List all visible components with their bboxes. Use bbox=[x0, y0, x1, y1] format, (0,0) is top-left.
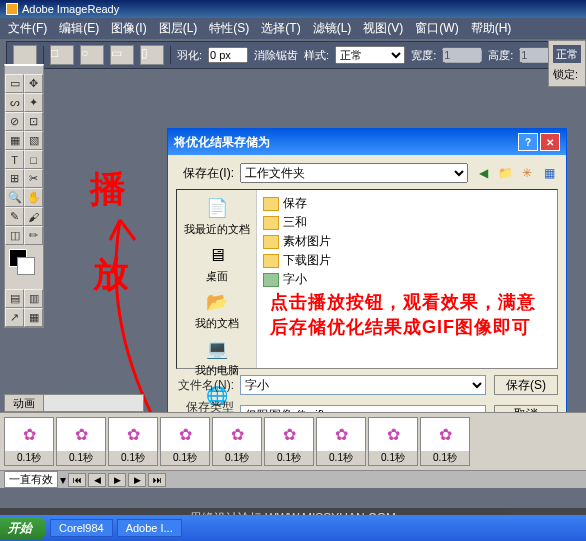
marquee-tool-icon[interactable]: ▭ bbox=[5, 74, 24, 93]
preview-browser-icon[interactable]: ▥ bbox=[24, 289, 43, 308]
taskbar-item[interactable]: Adobe I... bbox=[117, 519, 182, 537]
first-frame-button[interactable]: ⏮ bbox=[68, 473, 86, 487]
marquee-ellipse-icon[interactable]: ○ bbox=[80, 45, 104, 65]
start-button[interactable]: 开始 bbox=[0, 517, 46, 540]
eyedropper-tool-icon[interactable]: ✎ bbox=[5, 207, 24, 226]
close-button[interactable]: ✕ bbox=[540, 133, 560, 151]
right-panel: 正常 锁定: bbox=[548, 40, 586, 87]
list-item[interactable]: 三和 bbox=[261, 213, 553, 232]
hand-tool-icon[interactable]: ✋ bbox=[24, 188, 43, 207]
frame-delay[interactable]: 0.1秒 bbox=[109, 451, 157, 465]
type-tool-icon[interactable]: T bbox=[5, 150, 24, 169]
menu-props[interactable]: 特性(S) bbox=[205, 20, 253, 37]
preview-mode-icon[interactable]: ▤ bbox=[5, 289, 24, 308]
place-mydocs[interactable]: 📂我的文档 bbox=[193, 288, 241, 333]
map-tool-icon[interactable]: ▦ bbox=[5, 131, 24, 150]
place-recent[interactable]: 📄我最近的文档 bbox=[182, 194, 252, 239]
folder-icon bbox=[263, 254, 279, 268]
menu-help[interactable]: 帮助(H) bbox=[467, 20, 516, 37]
style-select[interactable]: 正常 bbox=[335, 46, 405, 64]
frame-item[interactable]: ✿0.1秒 bbox=[4, 417, 54, 466]
save-button[interactable]: 保存(S) bbox=[494, 375, 558, 395]
frame-delay[interactable]: 0.1秒 bbox=[421, 451, 469, 465]
lasso-tool-icon[interactable]: ᔕ bbox=[5, 93, 24, 112]
frame-item[interactable]: ✿0.1秒 bbox=[108, 417, 158, 466]
antialias-checkbox-label[interactable]: 消除锯齿 bbox=[254, 48, 298, 63]
menu-layer[interactable]: 图层(L) bbox=[155, 20, 202, 37]
background-swatch[interactable] bbox=[17, 257, 35, 275]
menu-edit[interactable]: 编辑(E) bbox=[55, 20, 103, 37]
file-list[interactable]: 保存 三和 素材图片 下载图片 字小 bbox=[257, 190, 557, 368]
list-item[interactable]: 下载图片 bbox=[261, 251, 553, 270]
marquee-col-icon[interactable]: ▯ bbox=[140, 45, 164, 65]
feather-input[interactable] bbox=[208, 47, 248, 63]
frame-item[interactable]: ✿0.1秒 bbox=[212, 417, 262, 466]
frame-item[interactable]: ✿0.1秒 bbox=[316, 417, 366, 466]
jump-other-icon[interactable]: ▦ bbox=[24, 308, 43, 327]
tool-preset-icon[interactable] bbox=[13, 45, 37, 65]
slice-select-tool-icon[interactable]: ⊡ bbox=[24, 112, 43, 131]
crop-tool-icon[interactable]: ✂ bbox=[24, 169, 43, 188]
frame-thumb: ✿ bbox=[265, 418, 313, 451]
frame-item[interactable]: ✿0.1秒 bbox=[420, 417, 470, 466]
list-item[interactable]: 素材图片 bbox=[261, 232, 553, 251]
jump-ps-icon[interactable]: ↗ bbox=[5, 308, 24, 327]
toolbox-grip[interactable] bbox=[5, 66, 43, 74]
menu-image[interactable]: 图像(I) bbox=[107, 20, 150, 37]
help-button[interactable]: ? bbox=[518, 133, 538, 151]
play-button[interactable]: ▶ bbox=[108, 473, 126, 487]
slice-tool-icon[interactable]: ⊘ bbox=[5, 112, 24, 131]
place-desktop[interactable]: 🖥桌面 bbox=[201, 241, 233, 286]
frame-item[interactable]: ✿0.1秒 bbox=[264, 417, 314, 466]
app-title: Adobe ImageReady bbox=[22, 3, 119, 15]
dialog-title-bar[interactable]: 将优化结果存储为 ? ✕ bbox=[168, 129, 566, 155]
map-select-tool-icon[interactable]: ▧ bbox=[24, 131, 43, 150]
menu-filter[interactable]: 滤镜(L) bbox=[309, 20, 356, 37]
next-frame-button[interactable]: ▶ bbox=[128, 473, 146, 487]
frame-delay[interactable]: 0.1秒 bbox=[265, 451, 313, 465]
paint-tool-icon[interactable]: 🖌 bbox=[24, 207, 43, 226]
move-tool-icon[interactable]: ✥ bbox=[24, 74, 43, 93]
frame-thumb: ✿ bbox=[161, 418, 209, 451]
frame-delay[interactable]: 0.1秒 bbox=[161, 451, 209, 465]
save-in-label: 保存在(I): bbox=[176, 165, 240, 182]
filename-input[interactable]: 字小 bbox=[240, 375, 486, 395]
shape-tool-icon[interactable]: □ bbox=[24, 150, 43, 169]
frame-thumb: ✿ bbox=[421, 418, 469, 451]
frame-item[interactable]: ✿0.1秒 bbox=[368, 417, 418, 466]
marquee-rect-icon[interactable]: □ bbox=[50, 45, 74, 65]
frame-item[interactable]: ✿0.1秒 bbox=[160, 417, 210, 466]
menu-view[interactable]: 视图(V) bbox=[359, 20, 407, 37]
marquee-row-icon[interactable]: ▭ bbox=[110, 45, 134, 65]
width-input[interactable] bbox=[442, 47, 482, 63]
new-folder-icon[interactable]: ✳ bbox=[518, 164, 536, 182]
back-icon[interactable]: ◀ bbox=[474, 164, 492, 182]
eraser-tool-icon[interactable]: ◫ bbox=[5, 226, 24, 245]
blend-mode[interactable]: 正常 bbox=[553, 45, 581, 63]
up-icon[interactable]: 📁 bbox=[496, 164, 514, 182]
tab-tool-icon[interactable]: ⊞ bbox=[5, 169, 24, 188]
list-item[interactable]: 字小 bbox=[261, 270, 553, 289]
last-frame-button[interactable]: ⏭ bbox=[148, 473, 166, 487]
menu-file[interactable]: 文件(F) bbox=[4, 20, 51, 37]
menu-window[interactable]: 窗口(W) bbox=[411, 20, 462, 37]
animation-tab[interactable]: 动画 bbox=[5, 395, 44, 411]
frame-delay[interactable]: 0.1秒 bbox=[213, 451, 261, 465]
save-in-select[interactable]: 工作文件夹 bbox=[240, 163, 468, 183]
color-swatches[interactable] bbox=[5, 245, 43, 289]
frame-delay[interactable]: 0.1秒 bbox=[5, 451, 53, 465]
frame-delay[interactable]: 0.1秒 bbox=[369, 451, 417, 465]
loop-select[interactable]: 一直有效 bbox=[4, 471, 58, 488]
frame-delay[interactable]: 0.1秒 bbox=[317, 451, 365, 465]
views-icon[interactable]: ▦ bbox=[540, 164, 558, 182]
list-item[interactable]: 保存 bbox=[261, 194, 553, 213]
brush-tool-icon[interactable]: ✏ bbox=[24, 226, 43, 245]
zoom-tool-icon[interactable]: 🔍 bbox=[5, 188, 24, 207]
menu-select[interactable]: 选择(T) bbox=[257, 20, 304, 37]
place-mycomputer[interactable]: 💻我的电脑 bbox=[193, 335, 241, 380]
taskbar-item[interactable]: Corel984 bbox=[50, 519, 113, 537]
prev-frame-button[interactable]: ◀ bbox=[88, 473, 106, 487]
wand-tool-icon[interactable]: ✦ bbox=[24, 93, 43, 112]
frame-item[interactable]: ✿0.1秒 bbox=[56, 417, 106, 466]
frame-delay[interactable]: 0.1秒 bbox=[57, 451, 105, 465]
